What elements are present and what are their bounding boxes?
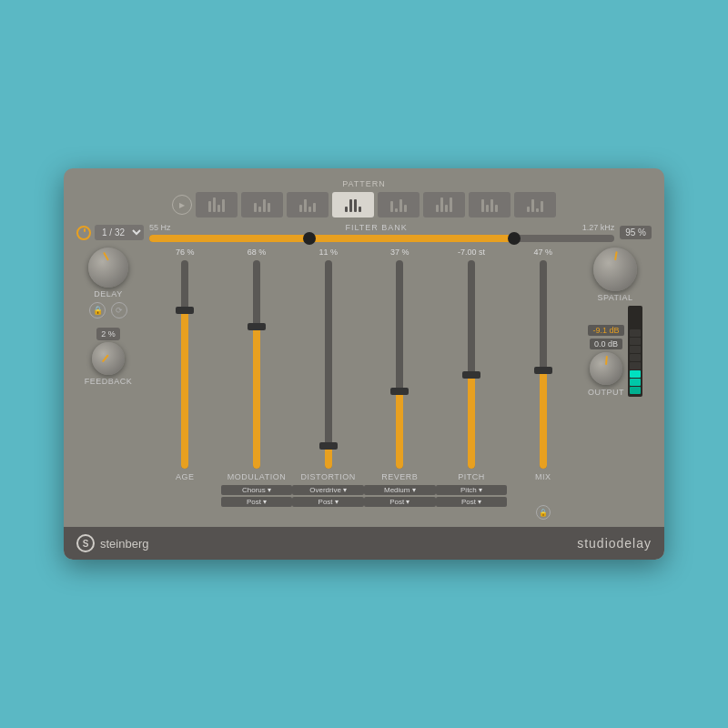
range-high-label: 1.27 kHz — [582, 223, 615, 232]
fader-thumb-mix[interactable] — [534, 367, 552, 374]
output-knob[interactable] — [590, 352, 622, 385]
fader-name-distortion: DISTORTION — [301, 472, 356, 481]
faders-row: AGE MODULATION — [140, 260, 579, 481]
fader-track-distortion[interactable] — [325, 260, 332, 469]
dd-col-reverb: Medium ▾ Post ▾ — [364, 485, 436, 520]
fader-name-mix: MIX — [535, 472, 551, 481]
pattern-btn-4[interactable] — [332, 192, 374, 217]
main-area: PATTERN ▶ — [64, 168, 664, 527]
fader-col-modulation: MODULATION — [221, 260, 293, 481]
steinberg-logo: S steinberg — [76, 534, 148, 552]
pattern-btn-8[interactable] — [514, 192, 556, 217]
tempo-icon — [76, 226, 91, 240]
fader-value-pitch: -7.00 st — [436, 248, 508, 257]
range-low-label: 55 Hz — [149, 223, 171, 232]
pattern-btn-3[interactable] — [287, 192, 329, 217]
dd-col-mix: 🔒 — [507, 485, 579, 520]
output-db-peak: -9.1 dB — [588, 325, 623, 336]
play-button[interactable]: ▶ — [172, 195, 192, 215]
fader-track-age[interactable] — [181, 260, 188, 469]
spatial-section: SPATIAL — [593, 248, 637, 302]
fader-col-distortion: DISTORTION — [292, 260, 364, 481]
fader-col-pitch: PITCH — [436, 260, 508, 481]
pattern-btn-1[interactable] — [196, 192, 238, 217]
pitch-dd2[interactable]: Post ▾ — [436, 497, 508, 507]
controls-row: 1 / 32 1 / 16 1 / 8 55 Hz FILTER BANK 1.… — [76, 223, 652, 242]
reverb-dd2[interactable]: Post ▾ — [364, 497, 436, 507]
fader-name-age: AGE — [176, 472, 195, 481]
fader-name-pitch: PITCH — [458, 472, 485, 481]
fader-value-distortion: 11 % — [292, 248, 364, 257]
reverb-dd1[interactable]: Medium ▾ — [364, 485, 436, 495]
pattern-btn-7[interactable] — [469, 192, 511, 217]
fader-col-reverb: REVERB — [364, 260, 436, 481]
fader-value-mix: 47 % — [507, 248, 579, 257]
fader-col-mix: MIX — [507, 260, 579, 481]
faders-outer: DELAY 🔒 ⟳ 2 % FEEDBACK — [76, 248, 652, 520]
pattern-btn-6[interactable] — [423, 192, 465, 217]
feedback-percent: 2 % — [96, 328, 120, 340]
spatial-knob[interactable] — [593, 248, 637, 291]
plugin-window: PATTERN ▶ — [64, 168, 664, 560]
delay-lock-btn[interactable]: 🔒 — [89, 302, 106, 318]
dd-col-pitch: Pitch ▾ Post ▾ — [436, 485, 508, 520]
feedback-section: 2 % FEEDBACK — [85, 328, 133, 386]
dd-col-modulation: Chorus ▾ Post ▾ — [221, 485, 293, 520]
plugin-name: studiodelay — [577, 536, 652, 551]
main-slider-thumb-left[interactable] — [303, 232, 316, 245]
spatial-label: SPATIAL — [597, 293, 632, 302]
fader-value-age: 76 % — [149, 248, 221, 257]
fader-value-modulation: 68 % — [221, 248, 293, 257]
feedback-knob[interactable] — [92, 342, 125, 375]
pattern-btn-2[interactable] — [241, 192, 283, 217]
main-percent-box: 95 % — [620, 226, 652, 239]
delay-section: DELAY 🔒 ⟳ — [88, 248, 128, 318]
fader-values-row: 76 % 68 % 11 % 37 % -7.00 st 47 % — [140, 248, 579, 257]
fader-track-reverb[interactable] — [396, 260, 403, 469]
bottom-bar: S steinberg studiodelay — [64, 527, 664, 560]
modulation-dd2[interactable]: Post ▾ — [221, 497, 293, 507]
fader-value-reverb: 37 % — [364, 248, 436, 257]
feedback-label: FEEDBACK — [85, 377, 133, 386]
modulation-dd1[interactable]: Chorus ▾ — [221, 485, 293, 495]
dd-col-age — [149, 485, 221, 520]
main-slider-thumb-right[interactable] — [508, 232, 521, 245]
pattern-label: PATTERN — [342, 179, 386, 188]
fader-thumb-distortion[interactable] — [319, 442, 338, 450]
filter-slider-container: 55 Hz FILTER BANK 1.27 kHz — [149, 223, 614, 242]
dd-col-distortion: Overdrive ▾ Post ▾ — [292, 485, 364, 520]
fader-dropdowns: Chorus ▾ Post ▾ Overdrive ▾ Post ▾ Mediu… — [140, 485, 579, 520]
fader-thumb-reverb[interactable] — [390, 388, 409, 395]
filter-bank-label: FILTER BANK — [345, 223, 407, 232]
fader-thumb-age[interactable] — [176, 307, 194, 314]
fader-name-modulation: MODULATION — [228, 472, 286, 481]
pattern-section: PATTERN ▶ — [76, 179, 652, 217]
delay-label: DELAY — [94, 289, 122, 298]
pitch-dd1[interactable]: Pitch ▾ — [436, 485, 508, 495]
fader-track-pitch[interactable] — [468, 260, 475, 469]
steinberg-brand: steinberg — [100, 537, 148, 551]
fader-name-reverb: REVERB — [381, 472, 418, 481]
vu-meter — [628, 306, 642, 397]
pattern-btn-5[interactable] — [378, 192, 420, 217]
left-knobs: DELAY 🔒 ⟳ 2 % FEEDBACK — [76, 248, 140, 520]
time-select[interactable]: 1 / 32 1 / 16 1 / 8 — [95, 225, 144, 240]
faders-grid: 76 % 68 % 11 % 37 % -7.00 st 47 % — [140, 248, 579, 520]
fader-thumb-pitch[interactable] — [462, 371, 480, 379]
main-slider-track[interactable] — [149, 235, 614, 242]
steinberg-logo-icon: S — [76, 534, 95, 552]
delay-sync-btn[interactable]: ⟳ — [111, 302, 127, 318]
output-db-level: 0.0 dB — [590, 339, 622, 349]
distortion-dd2[interactable]: Post ▾ — [292, 497, 364, 507]
fader-col-age: AGE — [149, 260, 221, 481]
output-label: OUTPUT — [588, 388, 624, 397]
delay-knob[interactable] — [88, 248, 128, 288]
pattern-row: ▶ — [172, 192, 556, 217]
right-panel: SPATIAL -9.1 dB 0.0 dB OUTPUT — [579, 248, 652, 520]
tempo-section: 1 / 32 1 / 16 1 / 8 — [76, 225, 144, 240]
distortion-dd1[interactable]: Overdrive ▾ — [292, 485, 364, 495]
fader-thumb-modulation[interactable] — [248, 323, 266, 330]
fader-track-modulation[interactable] — [253, 260, 260, 469]
fader-track-mix[interactable] — [540, 260, 547, 469]
mix-lock-btn[interactable]: 🔒 — [536, 505, 551, 520]
